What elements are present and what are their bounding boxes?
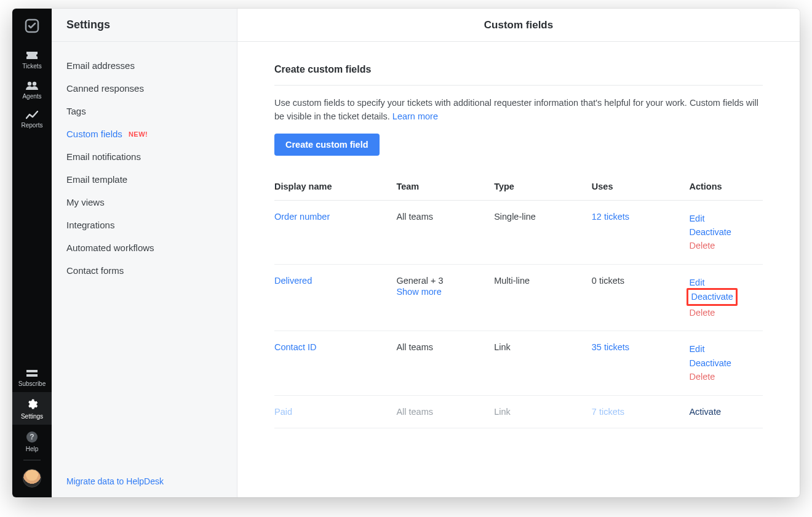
subscribe-icon <box>12 369 52 378</box>
type-text: Multi-line <box>494 264 592 331</box>
sidebar-footer: Migrate data to HelpDesk <box>52 465 237 497</box>
table-row: Contact IDAll teamsLink35 ticketsEditDea… <box>274 331 763 395</box>
sidebar-item-label: Email notifications <box>66 151 141 162</box>
avatar[interactable] <box>23 469 41 487</box>
sidebar-item-label: Canned responses <box>66 83 144 94</box>
app-frame: Tickets Agents Reports Subscribe <box>12 9 800 497</box>
nav-reports[interactable]: Reports <box>12 105 52 134</box>
deactivate-link[interactable]: Deactivate <box>689 225 757 239</box>
table-row: DeliveredGeneral + 3Show moreMulti-line0… <box>274 264 763 331</box>
ticket-icon <box>12 50 52 60</box>
nav-label: Agents <box>12 93 52 100</box>
sidebar-item-label: Email template <box>66 174 127 185</box>
uses-link[interactable]: 12 tickets <box>592 212 629 222</box>
svg-text:?: ? <box>30 433 34 441</box>
sidebar-item-label: Contact forms <box>66 265 124 276</box>
settings-sidebar: Settings Email addresses Canned response… <box>52 9 237 497</box>
type-text: Single-line <box>494 200 592 264</box>
deactivate-link[interactable]: Deactivate <box>689 356 757 370</box>
sidebar-nav: Email addresses Canned responses Tags Cu… <box>52 42 237 465</box>
rail-divider <box>23 460 41 460</box>
migrate-link[interactable]: Migrate data to HelpDesk <box>66 476 164 486</box>
sidebar-item-my-views[interactable]: My views <box>52 191 237 214</box>
svg-point-2 <box>33 82 36 86</box>
nav-rail: Tickets Agents Reports Subscribe <box>12 9 52 497</box>
sidebar-title: Settings <box>52 9 237 42</box>
type-text: Link <box>494 331 592 395</box>
table-row: PaidAll teamsLink7 ticketsActivate <box>274 395 763 428</box>
table-row: Order numberAll teamsSingle-line12 ticke… <box>274 200 763 264</box>
sidebar-item-canned-responses[interactable]: Canned responses <box>52 77 237 100</box>
help-icon: ? <box>12 431 52 443</box>
sidebar-item-label: Integrations <box>66 220 114 230</box>
app-logo <box>22 16 42 36</box>
content-area: Create custom fields Use custom fields t… <box>237 42 800 441</box>
field-name-link[interactable]: Paid <box>274 407 292 417</box>
gear-icon <box>12 398 52 411</box>
sidebar-item-email-notifications[interactable]: Email notifications <box>52 145 237 168</box>
uses-link[interactable]: 7 tickets <box>592 407 624 417</box>
logo-icon <box>25 18 39 33</box>
delete-link[interactable]: Delete <box>689 370 757 383</box>
agents-icon <box>12 81 52 90</box>
nav-label: Help <box>12 446 52 452</box>
field-name-link[interactable]: Delivered <box>274 276 312 286</box>
sidebar-item-integrations[interactable]: Integrations <box>52 214 237 236</box>
nav-subscribe[interactable]: Subscribe <box>12 363 52 392</box>
nav-agents[interactable]: Agents <box>12 74 52 105</box>
type-text: Link <box>494 395 592 428</box>
field-name-link[interactable]: Order number <box>274 212 330 222</box>
delete-link[interactable]: Delete <box>689 306 757 319</box>
highlight-box: Deactivate <box>687 288 738 305</box>
nav-tickets[interactable]: Tickets <box>12 44 52 74</box>
team-text: All teams <box>396 212 433 222</box>
reports-icon <box>12 111 52 119</box>
deactivate-link[interactable]: Deactivate <box>691 290 733 303</box>
nav-help[interactable]: ? Help <box>12 425 52 457</box>
col-display-name: Display name <box>274 174 396 201</box>
description-text: Use custom fields to specify your ticket… <box>274 98 758 121</box>
edit-link[interactable]: Edit <box>689 212 757 225</box>
sidebar-item-label: My views <box>66 197 105 207</box>
svg-rect-3 <box>26 370 38 372</box>
create-custom-field-button[interactable]: Create custom field <box>274 134 380 156</box>
col-type: Type <box>494 174 592 201</box>
new-badge: NEW! <box>129 130 148 138</box>
field-name-link[interactable]: Contact ID <box>274 342 317 352</box>
delete-link[interactable]: Delete <box>689 239 757 252</box>
nav-label: Reports <box>12 122 52 129</box>
uses-text: 0 tickets <box>592 264 690 331</box>
nav-label: Tickets <box>12 63 52 70</box>
uses-link[interactable]: 35 tickets <box>592 342 629 352</box>
custom-fields-table: Display name Team Type Uses Actions Orde… <box>274 174 763 428</box>
section-title: Create custom fields <box>274 64 763 75</box>
sidebar-item-label: Custom fields <box>66 129 122 139</box>
sidebar-item-custom-fields[interactable]: Custom fields NEW! <box>52 122 237 145</box>
sidebar-item-contact-forms[interactable]: Contact forms <box>52 259 237 282</box>
main-panel: Custom fields Create custom fields Use c… <box>237 9 800 497</box>
activate-link[interactable]: Activate <box>689 407 721 417</box>
edit-link[interactable]: Edit <box>689 342 757 356</box>
sidebar-item-tags[interactable]: Tags <box>52 100 237 122</box>
nav-settings[interactable]: Settings <box>12 392 52 425</box>
svg-point-1 <box>28 82 31 86</box>
col-actions: Actions <box>689 174 763 201</box>
team-text: General + 3 <box>396 276 443 286</box>
sidebar-item-label: Automated workflows <box>66 242 154 253</box>
sidebar-item-label: Tags <box>66 106 86 116</box>
show-more-link[interactable]: Show more <box>396 287 488 297</box>
sidebar-item-automated-workflows[interactable]: Automated workflows <box>52 236 237 259</box>
col-team: Team <box>396 174 494 201</box>
nav-label: Subscribe <box>12 380 52 387</box>
edit-link[interactable]: Edit <box>689 276 757 289</box>
divider <box>274 85 763 86</box>
sidebar-item-email-addresses[interactable]: Email addresses <box>52 54 237 77</box>
page-title: Custom fields <box>237 9 800 42</box>
nav-label: Settings <box>12 413 52 420</box>
sidebar-item-label: Email addresses <box>66 60 135 71</box>
section-description: Use custom fields to specify your ticket… <box>274 97 763 124</box>
sidebar-item-email-template[interactable]: Email template <box>52 168 237 191</box>
svg-rect-4 <box>26 374 38 377</box>
learn-more-link[interactable]: Learn more <box>392 111 438 121</box>
team-text: All teams <box>396 407 433 417</box>
